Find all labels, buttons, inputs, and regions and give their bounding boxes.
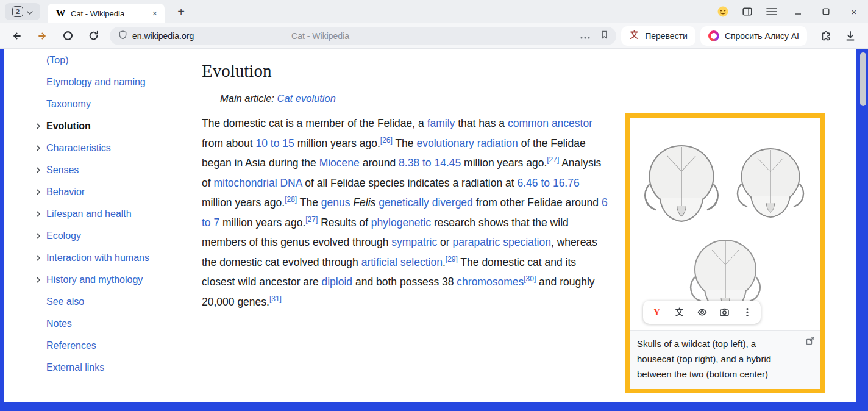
citation-link[interactable]: [28] — [285, 195, 297, 204]
more-vertical-icon[interactable] — [736, 301, 758, 324]
yandex-browser-icon[interactable] — [59, 26, 77, 46]
article-text: The — [393, 137, 417, 149]
extensions-puzzle-icon[interactable] — [816, 26, 836, 46]
article-link[interactable]: 10 to 15 — [256, 137, 294, 149]
article-link[interactable]: Miocene — [319, 157, 360, 169]
chevron-right-icon[interactable] — [34, 144, 43, 152]
address-more-icon[interactable] — [580, 30, 590, 41]
sidebar-item-label: Notes — [46, 318, 72, 329]
side-panel-icon[interactable] — [735, 0, 760, 23]
sidebar-item-taxonomy[interactable]: Taxonomy — [4, 93, 193, 115]
sidebar-item-references[interactable]: References — [4, 335, 193, 357]
article-text: from other Felidae around — [473, 196, 602, 209]
article-text: around — [360, 157, 399, 169]
window-maximize-button[interactable] — [812, 0, 840, 23]
bookmark-flag-icon[interactable] — [600, 30, 609, 42]
article-link[interactable]: family — [427, 117, 455, 129]
translate-button[interactable]: Перевести — [621, 26, 695, 46]
article-thumbnail-image[interactable]: Y — [630, 118, 820, 330]
image-expand-icon[interactable] — [805, 335, 815, 350]
article-text: million years ago. — [294, 137, 380, 149]
ask-alice-button[interactable]: Спросить Алису AI — [700, 26, 807, 46]
chevron-right-icon[interactable] — [34, 122, 43, 130]
article-text: or — [437, 236, 452, 248]
browser-tab[interactable]: W Cat - Wikipedia × — [48, 4, 165, 23]
image-translate-icon[interactable] — [668, 301, 691, 324]
article-link[interactable]: sympatric — [391, 236, 437, 248]
sidebar-item-label: Etymology and naming — [46, 77, 146, 88]
sidebar-item-interaction-with-humans[interactable]: Interaction with humans — [4, 247, 193, 269]
window-minimize-button[interactable] — [784, 0, 812, 23]
citation-link[interactable]: [29] — [446, 255, 458, 263]
article-link[interactable]: artificial selection — [361, 256, 443, 268]
sidebar-item-etymology-and-naming[interactable]: Etymology and naming — [4, 71, 193, 93]
sidebar-item-senses[interactable]: Senses — [4, 159, 193, 181]
yandex-search-icon[interactable]: Y — [646, 301, 668, 324]
article-link[interactable]: parapatric — [452, 236, 500, 248]
sidebar-item-label: Senses — [46, 165, 79, 176]
chevron-right-icon[interactable] — [34, 166, 43, 174]
profile-emoji-icon[interactable] — [711, 0, 735, 23]
article-link[interactable]: 6.46 to 16.76 — [518, 177, 580, 189]
figure-caption-area: Skulls of a wildcat (top left), a housec… — [630, 330, 820, 389]
chevron-right-icon[interactable] — [34, 188, 43, 196]
sidebar-item-notes[interactable]: Notes — [4, 313, 193, 335]
window-close-button[interactable]: × — [840, 0, 868, 23]
hatnote-prefix: Main article: — [220, 93, 277, 104]
article-link[interactable]: common ancestor — [508, 117, 592, 129]
article-link[interactable]: 8.38 to 14.45 — [399, 157, 461, 169]
citation: [31] — [269, 295, 282, 303]
address-bar[interactable]: en.wikipedia.org Cat - Wikipedia — [110, 27, 616, 45]
tab-counter-button[interactable]: 2 — [5, 3, 40, 20]
translate-button-label: Перевести — [645, 31, 688, 41]
citation-link[interactable]: [27] — [305, 215, 318, 224]
article-link[interactable]: chromosomes — [457, 276, 524, 288]
article-link[interactable]: phylogenetic — [371, 216, 431, 229]
sidebar-item-evolution[interactable]: Evolution — [4, 115, 193, 137]
article-text: Results of — [318, 216, 371, 229]
tab-close-icon[interactable]: × — [151, 9, 158, 18]
article-link[interactable]: genus — [321, 196, 350, 209]
citation-link[interactable]: [31] — [269, 295, 282, 303]
chevron-down-icon — [27, 6, 33, 17]
article-text: The domestic cat is a member of the Feli… — [202, 117, 427, 129]
chevron-right-icon[interactable] — [34, 254, 43, 262]
article-link[interactable]: speciation — [503, 236, 551, 248]
citation-link[interactable]: [30] — [524, 274, 536, 283]
image-search-camera-icon[interactable] — [713, 301, 736, 324]
back-button[interactable] — [7, 26, 26, 46]
sidebar-item-label: Interaction with humans — [46, 252, 149, 263]
scrollbar-thumb[interactable] — [860, 52, 866, 106]
article-link[interactable]: genetically diverged — [379, 196, 473, 209]
sidebar-item-behavior[interactable]: Behavior — [4, 181, 193, 203]
sidebar-item-top[interactable]: (Top) — [4, 49, 193, 71]
menu-hamburger-icon[interactable] — [760, 0, 784, 23]
forward-button[interactable] — [33, 26, 51, 46]
citation: [30] — [524, 274, 536, 283]
article-main: Evolution Main article: Cat evolution Th… — [202, 49, 856, 393]
chevron-right-icon[interactable] — [34, 276, 43, 284]
citation: [27] — [547, 155, 559, 164]
hatnote-link[interactable]: Cat evolution — [277, 93, 336, 104]
article-link[interactable]: mitochondrial DNA — [213, 177, 302, 189]
new-tab-button[interactable]: + — [173, 4, 189, 20]
chevron-right-icon[interactable] — [34, 232, 43, 240]
article-link[interactable]: evolutionary radiation — [416, 137, 518, 149]
refresh-button[interactable] — [84, 26, 102, 46]
sidebar-item-history-and-mythology[interactable]: History and mythology — [4, 269, 193, 291]
sidebar-item-see-also[interactable]: See also — [4, 291, 193, 313]
downloads-icon[interactable] — [840, 26, 861, 46]
sidebar-item-characteristics[interactable]: Characteristics — [4, 137, 193, 159]
sidebar-item-label: Behavior — [46, 187, 85, 198]
wikipedia-page: (Top)Etymology and namingTaxonomyEvoluti… — [4, 49, 856, 402]
alice-logo-icon — [708, 30, 719, 41]
citation: [29] — [446, 255, 458, 263]
citation-link[interactable]: [27] — [547, 155, 559, 164]
sidebar-item-lifespan-and-health[interactable]: Lifespan and health — [4, 203, 193, 225]
chevron-right-icon[interactable] — [34, 210, 43, 218]
sidebar-item-ecology[interactable]: Ecology — [4, 225, 193, 247]
sidebar-item-external-links[interactable]: External links — [4, 357, 193, 379]
citation-link[interactable]: [26] — [380, 136, 393, 145]
article-link[interactable]: diploid — [321, 276, 352, 288]
eye-icon[interactable] — [691, 301, 713, 324]
